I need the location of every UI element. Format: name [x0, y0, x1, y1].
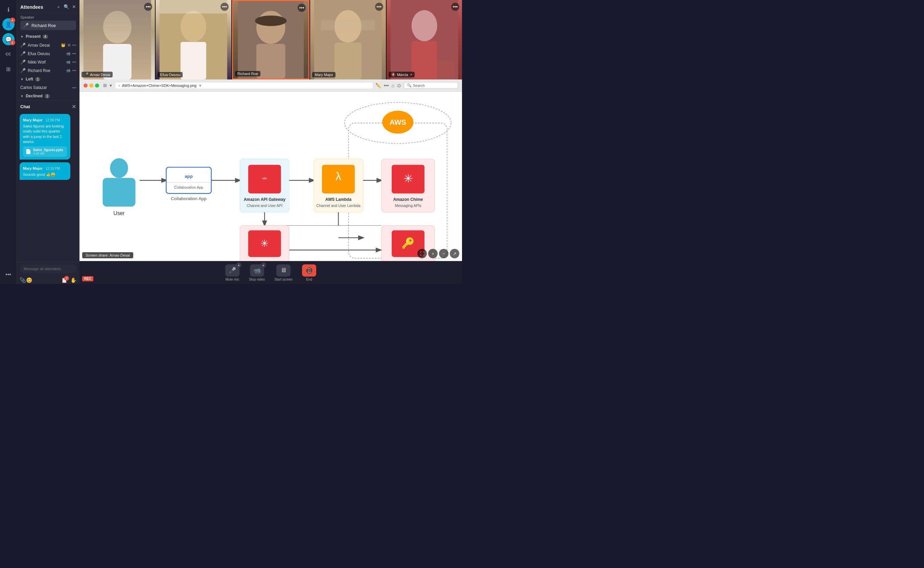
raise-hand-icon[interactable]: ✋ [70, 277, 77, 283]
efua-mic-icon: 🎤 [20, 51, 26, 56]
attendee-carlos[interactable]: Carlos Salazar ••• [17, 83, 80, 92]
zoom-in-btn[interactable]: + [428, 249, 438, 258]
section-declined-header[interactable]: ▼ Declined 1 [17, 92, 80, 100]
section-present-header[interactable]: ▼ Present 4 [17, 32, 80, 41]
layout-icon-btn[interactable]: ⊞ [2, 63, 15, 75]
toolbar-more-icon[interactable]: ••• [384, 83, 389, 88]
start-screen-btn[interactable]: 🖥 Start screen [274, 264, 293, 281]
crown-icon: 👑 [61, 43, 66, 47]
fullscreen-btn[interactable]: ⛶ [417, 249, 427, 258]
attendees-header: Attendees ＋ 🔍 ✕ [17, 0, 80, 13]
chat-message-2: Mary Major 12:10 PM Sounds good 👍😀 ••• [20, 162, 77, 180]
main-content: ••• 🎤 Arnav Desai ••• Efua Owusu [80, 0, 462, 284]
cc-icon-btn[interactable]: CC [2, 48, 15, 60]
edit-icon[interactable]: ✏️ [375, 83, 381, 88]
svg-text:Channe and User API: Channe and User API [247, 204, 283, 208]
maximize-window-btn[interactable] [95, 83, 99, 88]
browser-url-bar[interactable]: ▪ AWS+Amazon+Chime+SDK+Messaging.png ▼ [115, 83, 373, 89]
nikki-actions: 📹 ••• [66, 60, 76, 64]
more-dots4-icon[interactable]: ••• [72, 68, 76, 73]
start-screen-icon-btn[interactable]: 🖥 [276, 264, 290, 276]
aws-diagram-content: AWS User app Collaboration App Collabora… [80, 92, 462, 261]
svg-text:AWS: AWS [389, 118, 406, 127]
attendee-richard[interactable]: 🎤 Richard Roe 📹 ••• [17, 66, 80, 75]
file-icon-1: 📄 [26, 149, 31, 154]
more-icon: ••• [5, 272, 11, 278]
file-name-1: Sales_figures.pptx [33, 148, 63, 152]
svg-text:Channel and User Lambda: Channel and User Lambda [316, 204, 360, 208]
screen-share-label: Screen share: Arnav Desai [82, 252, 133, 258]
speaker-mic-icon: 🎤 [23, 23, 29, 28]
svg-rect-6 [181, 42, 206, 80]
stop-video-label: Stop video [249, 278, 265, 281]
attendee-nikki[interactable]: 🎤 Nikki Wolf 📹 ••• [17, 58, 80, 66]
screen-overlay-controls: ⛶ + − ↗ [417, 249, 459, 258]
more-dots2-icon[interactable]: ••• [72, 51, 76, 56]
marcia-tile-more-btn[interactable]: ••• [451, 3, 459, 11]
browser-search-bar[interactable]: 🔍 Search [404, 82, 458, 89]
mary-tile-more-btn[interactable]: ••• [375, 3, 383, 11]
svg-text:🔑: 🔑 [401, 237, 415, 249]
bottom-controls-bar: REC 🎤 ▲ Mute mic 📹 ▲ Stop video 🖥 Start … [80, 261, 462, 284]
more-reactions-icon[interactable]: 📋 2 [61, 277, 68, 283]
efua-tile-label: Efua Owusu [157, 72, 183, 77]
speaker-label: Speaker [20, 15, 76, 19]
efua-actions: 📹 ••• [66, 51, 76, 56]
more-dots3-icon[interactable]: ••• [72, 60, 76, 64]
window-layout-icon: ⊞ [103, 83, 107, 88]
end-call-btn[interactable]: 📵 End [302, 264, 316, 281]
stop-video-btn[interactable]: 📹 ▲ Stop video [249, 264, 265, 281]
svg-point-11 [255, 15, 287, 26]
chat-icon-btn[interactable]: 💬 2 [2, 33, 15, 45]
svg-text:AWS Lambda: AWS Lambda [325, 197, 352, 202]
add-attendee-icon[interactable]: ＋ [56, 4, 61, 10]
mute-mic-caret-icon[interactable]: ▲ [236, 262, 242, 268]
reactions-badge: 2 [64, 276, 69, 281]
attendee-efua[interactable]: 🎤 Efua Owusu 📹 ••• [17, 49, 80, 58]
url-dropdown-icon[interactable]: ▼ [198, 83, 202, 88]
info-icon-btn[interactable]: ℹ [2, 3, 15, 15]
more-dots5-icon[interactable]: ••• [72, 86, 76, 89]
stop-video-icon-btn[interactable]: 📹 ▲ [250, 264, 264, 276]
chat-input-field[interactable] [20, 264, 77, 273]
speaker-name: Richard Roe [32, 23, 56, 28]
file-indicator: ▪ [119, 83, 120, 88]
attachment-icon[interactable]: 📎 [20, 277, 26, 283]
minimize-window-btn[interactable] [89, 83, 93, 88]
zoom-out-btn[interactable]: − [439, 249, 448, 258]
attendee-arnav[interactable]: 🎤 Arnav Desai 👑 🖥 ••• [17, 41, 80, 49]
section-left-header[interactable]: ▼ Left 1 [17, 75, 80, 83]
chat-bubble-1: Mary Major 12:08 PM Sales figures are lo… [20, 114, 70, 160]
emoji-icon[interactable]: 😊 [26, 277, 32, 283]
mute-mic-btn[interactable]: 🎤 ▲ Mute mic [225, 264, 239, 281]
search-attendee-icon[interactable]: 🔍 [64, 4, 70, 10]
more-icon-btn[interactable]: ••• [2, 269, 15, 281]
close-attendees-icon[interactable]: ✕ [72, 4, 76, 10]
nikki-mic-icon: 🎤 [20, 59, 26, 65]
efua-tile-more-btn[interactable]: ••• [221, 3, 228, 11]
svg-text:Messaging APIs: Messaging APIs [395, 204, 421, 208]
file-attachment-1[interactable]: 📄 Sales_figures.pptx 3.89 MB [23, 147, 67, 157]
svg-text:✳: ✳ [404, 172, 413, 185]
chat-title: Chat [20, 104, 30, 109]
more-dots-icon[interactable]: ••• [72, 43, 76, 47]
mute-mic-icon-btn[interactable]: 🎤 ▲ [225, 264, 239, 276]
msg1-sender: Mary Major [23, 118, 42, 122]
cc-icon: CC [6, 52, 11, 56]
zoom-icon[interactable]: ⊙ [397, 83, 401, 88]
close-chat-icon[interactable]: ✕ [72, 103, 76, 110]
attendees-icon-btn[interactable]: 👤 4 [2, 18, 15, 30]
stop-video-caret-icon[interactable]: ▲ [261, 262, 266, 268]
chat-input-area [17, 262, 80, 275]
attendees-actions: ＋ 🔍 ✕ [56, 4, 76, 10]
home-icon[interactable]: ⌂ [392, 83, 394, 88]
present-section-title: Present [26, 34, 41, 39]
close-window-btn[interactable] [83, 83, 88, 88]
external-link-btn[interactable]: ↗ [450, 249, 459, 258]
window-dropdown-icon[interactable]: ▼ [109, 83, 113, 88]
video-grid: ••• 🎤 Arnav Desai ••• Efua Owusu [80, 0, 462, 80]
richard-video-svg [233, 1, 309, 79]
end-call-icon-btn[interactable]: 📵 [302, 264, 316, 276]
screen-share-area: ⊞ ▼ ▪ AWS+Amazon+Chime+SDK+Messaging.png… [80, 80, 462, 261]
mary-video-svg [310, 0, 386, 80]
